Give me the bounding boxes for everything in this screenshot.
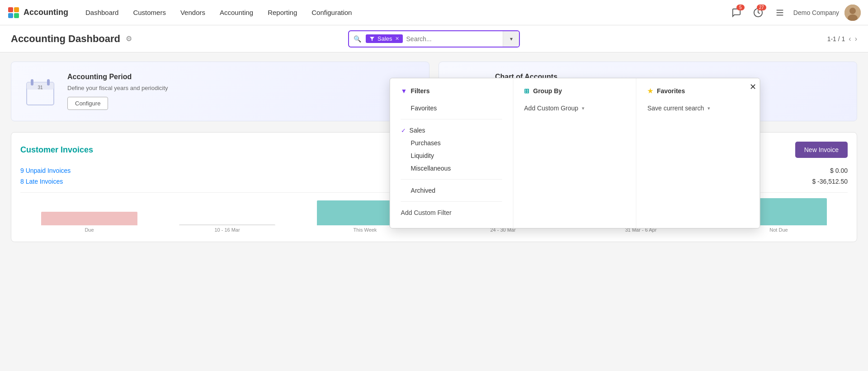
filters-divider-2	[401, 179, 502, 180]
filter-tag-label: Sales	[377, 35, 392, 42]
favorites-title: ★ Favorites	[647, 87, 749, 95]
nav-customers[interactable]: Customers	[127, 6, 172, 19]
favorites-column: ★ Favorites Save current search ▾	[637, 78, 760, 228]
nav-accounting[interactable]: Accounting	[213, 6, 259, 19]
page-title: Accounting Dashboard	[11, 33, 120, 45]
search-bar: 🔍 Sales ✕ ▾	[348, 30, 520, 48]
filters-column: ▼ Filters Favorites ✓ Sales Purchases Li…	[390, 78, 514, 228]
filter-purchases[interactable]: Purchases	[401, 137, 502, 149]
nav-dashboard[interactable]: Dashboard	[79, 6, 125, 19]
pagination: 1-1 / 1 ‹ ›	[827, 35, 857, 43]
late-invoices-amount: $ -36,512.50	[812, 178, 848, 185]
filter-sales[interactable]: ✓ Sales	[401, 124, 502, 137]
accounting-period-icon: 31	[22, 73, 58, 109]
group-by-title: ⊞ Group By	[524, 87, 625, 95]
nav-menu: Dashboard Customers Vendors Accounting R…	[79, 6, 725, 19]
nav-right-icons: 5 27 Demo Company	[728, 5, 861, 21]
svg-text:31: 31	[38, 85, 43, 90]
search-dropdown-toggle[interactable]: ▾	[503, 30, 519, 48]
late-invoices-link[interactable]: 8 Late Invoices	[20, 178, 63, 185]
add-custom-filter-label: Add Custom Filter	[401, 209, 452, 216]
user-avatar[interactable]	[844, 5, 861, 21]
clock-button[interactable]: 27	[750, 5, 766, 21]
section-title: Customer Invoices	[20, 145, 93, 155]
svg-rect-1	[14, 7, 19, 12]
configure-button[interactable]: Configure	[67, 97, 108, 110]
group-by-icon: ⊞	[524, 87, 529, 95]
pagination-prev[interactable]: ‹	[849, 35, 851, 43]
filters-divider-3	[401, 201, 502, 202]
add-custom-group[interactable]: Add Custom Group ▾	[524, 102, 625, 114]
accounting-period-title: Accounting Period	[67, 73, 168, 81]
add-custom-filter[interactable]: Add Custom Filter	[401, 206, 502, 219]
bar-group: 10 - 16 Mar	[158, 224, 296, 233]
gear-icon[interactable]: ⚙	[126, 34, 132, 43]
panel-close-button[interactable]: ✕	[750, 82, 756, 92]
search-input[interactable]	[403, 35, 503, 43]
bar-group: Due	[20, 212, 158, 233]
svg-rect-14	[31, 79, 33, 86]
nav-reporting[interactable]: Reporting	[261, 6, 303, 19]
unpaid-invoices-amount: $ 0.00	[830, 167, 848, 174]
bar	[179, 224, 276, 225]
nav-configuration[interactable]: Configuration	[305, 6, 358, 19]
chat-badge: 5	[736, 5, 745, 10]
bar	[41, 212, 138, 225]
svg-point-9	[849, 8, 856, 14]
page-header: Accounting Dashboard ⚙ 🔍 Sales ✕ ▾ 1-1 /…	[0, 25, 868, 52]
bar-label: Not Due	[769, 227, 788, 233]
filters-divider-1	[401, 119, 502, 119]
add-custom-group-label: Add Custom Group	[524, 105, 578, 112]
filter-tag-remove[interactable]: ✕	[395, 36, 399, 42]
svg-rect-3	[14, 13, 19, 18]
nav-vendors[interactable]: Vendors	[174, 6, 212, 19]
filter-icon: ▼	[401, 87, 407, 95]
new-invoice-button[interactable]: New Invoice	[795, 142, 848, 158]
unpaid-invoices-link[interactable]: 9 Unpaid Invoices	[20, 167, 71, 174]
filter-miscellaneous[interactable]: Miscellaneous	[401, 162, 502, 175]
search-container: 🔍 Sales ✕ ▾	[348, 30, 520, 48]
accounting-period-desc: Define your fiscal years and periodicity	[67, 85, 168, 91]
bar-label: Due	[85, 227, 94, 233]
filter-archived[interactable]: Archived	[401, 184, 502, 197]
save-search-arrow: ▾	[708, 105, 710, 111]
save-current-search[interactable]: Save current search ▾	[647, 102, 749, 114]
filter-tag-sales: Sales ✕	[366, 34, 403, 43]
pagination-text: 1-1 / 1	[827, 35, 845, 43]
search-dropdown-panel: ▼ Filters Favorites ✓ Sales Purchases Li…	[390, 78, 760, 228]
filters-title: ▼ Filters	[401, 87, 502, 95]
group-by-column: ⊞ Group By Add Custom Group ▾	[513, 78, 637, 228]
svg-rect-0	[8, 7, 13, 12]
search-icon: 🔍	[349, 35, 366, 43]
sales-checkmark: ✓	[401, 127, 406, 134]
accounting-period-text: Accounting Period Define your fiscal yea…	[67, 73, 168, 110]
logo-icon	[7, 6, 20, 19]
svg-marker-11	[370, 37, 374, 41]
bar-label: This Week	[354, 227, 377, 233]
settings-button[interactable]	[772, 5, 788, 21]
main-content: 31 Accounting Period Define your fiscal …	[0, 52, 868, 251]
svg-rect-2	[8, 13, 13, 18]
save-current-search-label: Save current search	[647, 105, 704, 112]
clock-badge: 27	[757, 5, 766, 10]
top-navigation: Accounting Dashboard Customers Vendors A…	[0, 0, 868, 25]
svg-rect-15	[47, 79, 50, 86]
chat-button[interactable]: 5	[728, 5, 745, 21]
favorites-star-icon: ★	[647, 87, 653, 95]
group-by-arrow: ▾	[582, 105, 585, 111]
accounting-period-card: 31 Accounting Period Define your fiscal …	[11, 62, 429, 121]
bar-label: 10 - 16 Mar	[214, 227, 240, 233]
app-name: Accounting	[24, 8, 68, 17]
company-name: Demo Company	[793, 9, 839, 16]
filter-liquidity[interactable]: Liquidity	[401, 149, 502, 162]
filter-favorites[interactable]: Favorites	[401, 102, 502, 114]
app-logo[interactable]: Accounting	[7, 6, 68, 19]
pagination-next[interactable]: ›	[855, 35, 857, 43]
